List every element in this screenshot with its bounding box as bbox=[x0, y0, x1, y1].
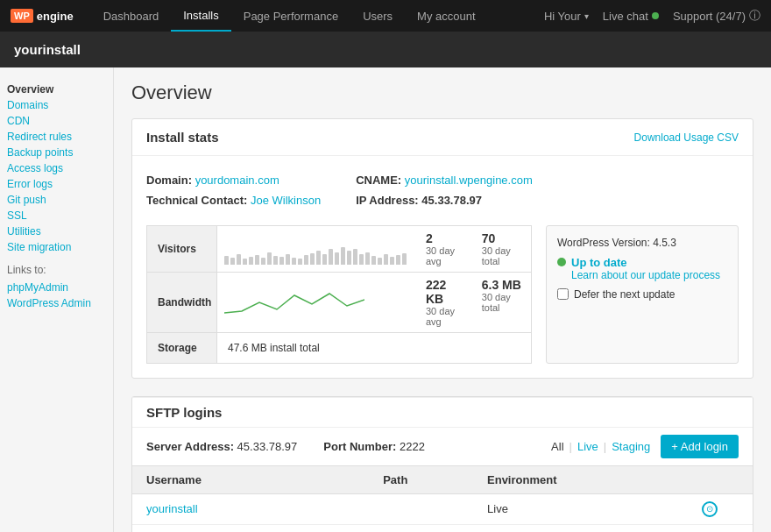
bandwidth-avg-label: 30 day avg bbox=[426, 306, 464, 327]
filter-all[interactable]: All bbox=[551, 440, 563, 453]
row1-username: yourinstall bbox=[132, 493, 369, 524]
bar-item bbox=[224, 256, 229, 265]
sftp-title: SFTP logins bbox=[146, 405, 222, 420]
nav-page-performance[interactable]: Page Performance bbox=[231, 0, 350, 32]
visitors-total-num: 70 bbox=[482, 231, 522, 245]
bar-item bbox=[316, 251, 321, 265]
line-chart-svg bbox=[224, 287, 364, 318]
bandwidth-values: 222 KB 30 day avg 6.3 MB 30 day total bbox=[417, 273, 531, 332]
row2-username: yourinstall-staging bbox=[132, 524, 369, 532]
bar-item bbox=[322, 254, 327, 265]
domain-row: Domain: yourdomain.com bbox=[146, 170, 321, 190]
visitors-avg-num: 2 bbox=[426, 231, 464, 245]
sidebar-item-phpmyadmin[interactable]: phpMyAdmin bbox=[7, 280, 106, 295]
sidebar-item-backup-points[interactable]: Backup points bbox=[7, 145, 106, 160]
technical-contact-label: Technical Contact: bbox=[146, 194, 247, 207]
row1-username-link[interactable]: yourinstall bbox=[146, 502, 198, 515]
domain-info: Domain: yourdomain.com Technical Contact… bbox=[146, 170, 739, 211]
bar-item bbox=[310, 253, 315, 265]
main-content: Overview Install stats Download Usage CS… bbox=[114, 67, 771, 532]
row1-path bbox=[369, 493, 473, 524]
bar-item bbox=[304, 255, 308, 265]
row1-action-icon[interactable]: ⊙ bbox=[702, 501, 718, 517]
visitors-chart bbox=[217, 226, 417, 272]
row2-action[interactable]: ⊙ bbox=[666, 524, 753, 532]
support[interactable]: Support (24/7) ⓘ bbox=[673, 8, 760, 24]
bar-item bbox=[267, 252, 272, 265]
sftp-card: SFTP logins Server Address: 45.33.78.97 … bbox=[131, 396, 753, 532]
col-actions bbox=[666, 465, 753, 493]
sftp-info-row: Server Address: 45.33.78.97 Port Number:… bbox=[132, 427, 753, 465]
bar-item bbox=[230, 258, 235, 265]
sidebar-item-site-migration[interactable]: Site migration bbox=[7, 239, 106, 255]
row2-environment: Staging bbox=[473, 524, 666, 532]
defer-checkbox[interactable] bbox=[557, 288, 569, 300]
bar-item bbox=[273, 256, 278, 265]
install-header: yourinstall bbox=[0, 32, 771, 67]
logo[interactable]: WP engine bbox=[11, 9, 74, 23]
cname-value[interactable]: yourinstall.wpengine.com bbox=[405, 174, 533, 187]
sidebar-item-domains[interactable]: Domains bbox=[7, 97, 106, 113]
row1-action[interactable]: ⊙ bbox=[666, 493, 753, 524]
sidebar-item-access-logs[interactable]: Access logs bbox=[7, 160, 106, 176]
technical-contact-row: Technical Contact: Joe Wilkinson bbox=[146, 190, 321, 210]
user-menu[interactable]: Hi Your ▾ bbox=[544, 10, 589, 23]
sftp-filter: All | Live | Staging bbox=[551, 440, 650, 453]
update-status: Up to date bbox=[571, 256, 720, 269]
bar-item bbox=[371, 256, 376, 265]
sidebar-item-overview[interactable]: Overview bbox=[7, 82, 106, 97]
sidebar-item-wordpress-admin[interactable]: WordPress Admin bbox=[7, 295, 106, 311]
domain-value[interactable]: yourdomain.com bbox=[195, 174, 279, 187]
port-value: 2222 bbox=[400, 440, 425, 453]
sftp-server: Server Address: 45.33.78.97 bbox=[146, 440, 297, 453]
domain-right: CNAME: yourinstall.wpengine.com IP Addre… bbox=[356, 170, 533, 211]
table-row: yourinstall-staging Staging ⊙ bbox=[132, 524, 753, 532]
sidebar-item-git-push[interactable]: Git push bbox=[7, 192, 106, 208]
sidebar-item-redirect-rules[interactable]: Redirect rules bbox=[7, 129, 106, 145]
filter-live[interactable]: Live bbox=[577, 440, 598, 453]
bar-item bbox=[359, 254, 364, 265]
update-learn-link[interactable]: Learn about our update process bbox=[571, 269, 720, 281]
bandwidth-total-num: 6.3 MB bbox=[482, 278, 522, 292]
defer-label: Defer the next update bbox=[574, 288, 675, 301]
defer-row: Defer the next update bbox=[557, 288, 727, 301]
bar-item bbox=[279, 257, 284, 265]
bar-item bbox=[249, 257, 253, 265]
sidebar-item-ssl[interactable]: SSL bbox=[7, 208, 106, 223]
up-to-date-section: Up to date Learn about our update proces… bbox=[557, 256, 727, 281]
bandwidth-avg-num: 222 KB bbox=[426, 278, 464, 306]
sftp-table-body: yourinstall Live ⊙ yourinstall-staging S… bbox=[132, 493, 753, 532]
sidebar-item-cdn[interactable]: CDN bbox=[7, 113, 106, 129]
sidebar: Overview Domains CDN Redirect rules Back… bbox=[0, 67, 114, 532]
visitors-total-label: 30 day total bbox=[482, 245, 522, 266]
support-label: Support (24/7) bbox=[673, 10, 746, 23]
sftp-table-head: Username Path Environment bbox=[132, 465, 753, 493]
nav-my-account[interactable]: My account bbox=[405, 0, 487, 32]
up-to-date-icon bbox=[557, 258, 566, 266]
nav-installs[interactable]: Installs bbox=[171, 0, 230, 32]
download-usage-link[interactable]: Download Usage CSV bbox=[634, 131, 739, 144]
bar-item bbox=[365, 252, 370, 265]
nav-users[interactable]: Users bbox=[350, 0, 405, 32]
sidebar-item-error-logs[interactable]: Error logs bbox=[7, 176, 106, 192]
bar-item bbox=[396, 255, 400, 265]
visitors-avg-label: 30 day avg bbox=[426, 245, 464, 266]
bar-item bbox=[243, 259, 247, 265]
technical-contact-value[interactable]: Joe Wilkinson bbox=[251, 194, 321, 207]
storage-value: 47.6 MB install total bbox=[217, 333, 330, 363]
add-login-button[interactable]: + Add login bbox=[661, 435, 739, 458]
install-stats-header: Install stats Download Usage CSV bbox=[132, 119, 753, 156]
bar-item bbox=[390, 257, 394, 265]
bar-item bbox=[255, 255, 259, 265]
filter-staging[interactable]: Staging bbox=[612, 440, 650, 453]
nav-dashboard[interactable]: Dashboard bbox=[91, 0, 172, 32]
wp-version-number: 4.5.3 bbox=[653, 237, 676, 249]
install-stats-card: Install stats Download Usage CSV Domain:… bbox=[131, 118, 753, 379]
bandwidth-chart bbox=[217, 273, 417, 332]
bar-item bbox=[341, 247, 345, 265]
live-chat[interactable]: Live chat bbox=[603, 10, 659, 23]
sidebar-links-to-label: Links to: bbox=[7, 264, 106, 276]
table-row: yourinstall Live ⊙ bbox=[132, 493, 753, 524]
sidebar-item-utilities[interactable]: Utilities bbox=[7, 223, 106, 239]
sftp-table-header-row: Username Path Environment bbox=[132, 465, 753, 493]
